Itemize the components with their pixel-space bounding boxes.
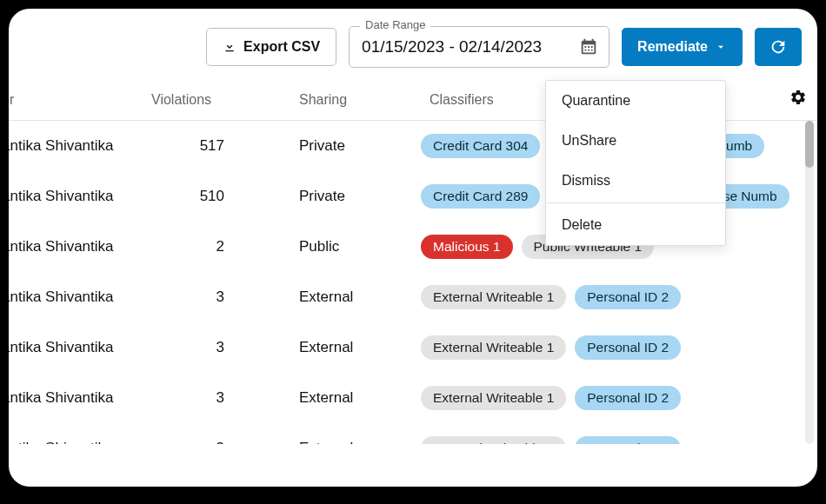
classifier-pill[interactable]: Credit Card 289 xyxy=(421,184,540,209)
menu-separator xyxy=(546,202,725,203)
classifier-pill[interactable]: External Writeable 1 xyxy=(421,285,566,309)
remediate-label: Remediate xyxy=(637,39,708,55)
table-row[interactable]: antika Shivantika3ExternalExternal Write… xyxy=(9,423,817,444)
scrollbar-thumb[interactable] xyxy=(805,121,814,168)
gear-icon xyxy=(789,89,807,106)
remediate-menu-dismiss[interactable]: Dismiss xyxy=(546,161,725,201)
export-csv-label: Export CSV xyxy=(243,39,320,55)
table-settings-button[interactable] xyxy=(789,89,807,106)
cell-sharing: External xyxy=(264,288,421,306)
table-row[interactable]: antika Shivantika3ExternalExternal Write… xyxy=(9,373,817,423)
remediate-menu: Quarantine UnShare Dismiss Delete xyxy=(545,80,726,246)
cell-sharing: Private xyxy=(264,137,421,155)
cell-owner: antika Shivantika xyxy=(9,188,151,205)
remediate-menu-delete[interactable]: Delete xyxy=(546,205,725,245)
classifier-pill[interactable]: Malicious 1 xyxy=(421,235,513,259)
date-range-field[interactable]: Date Range 01/15/2023 - 02/14/2023 xyxy=(349,26,610,68)
cell-sharing: External xyxy=(264,339,421,356)
column-owner[interactable]: er xyxy=(9,92,151,108)
remediate-button[interactable]: Remediate xyxy=(622,28,743,66)
classifier-pill[interactable]: External Writeable 1 xyxy=(421,386,566,410)
classifier-pill[interactable]: Personal ID 2 xyxy=(575,285,681,309)
export-csv-button[interactable]: Export CSV xyxy=(206,28,336,66)
calendar-icon xyxy=(579,37,598,56)
classifier-pill[interactable]: External Writeable 1 xyxy=(421,335,566,360)
classifier-pill[interactable]: Personal ID 2 xyxy=(575,436,681,444)
cell-violations: 3 xyxy=(151,339,264,356)
remediate-menu-quarantine[interactable]: Quarantine xyxy=(546,81,725,121)
cell-sharing: External xyxy=(264,389,421,407)
cell-owner: antika Shivantika xyxy=(9,238,151,255)
classifier-pill[interactable]: Credit Card 304 xyxy=(421,134,540,158)
cell-violations: 510 xyxy=(151,188,264,205)
cell-classifiers: External Writeable 1Personal ID 2 xyxy=(421,335,817,360)
refresh-button[interactable] xyxy=(755,28,802,66)
cell-sharing: Public xyxy=(264,238,421,255)
classifier-pill[interactable]: Personal ID 2 xyxy=(575,386,681,410)
cell-classifiers: External Writeable 1Personal ID 2 xyxy=(421,285,817,309)
toolbar: Export CSV Date Range 01/15/2023 - 02/14… xyxy=(9,9,817,83)
scrollbar[interactable] xyxy=(805,121,814,444)
chevron-down-icon xyxy=(715,41,727,53)
cell-violations: 517 xyxy=(151,137,264,155)
classifier-pill[interactable]: Personal ID 2 xyxy=(575,335,681,360)
cell-violations: 2 xyxy=(151,238,264,255)
date-range-value: 01/15/2023 - 02/14/2023 xyxy=(362,37,542,56)
app-card: Export CSV Date Range 01/15/2023 - 02/14… xyxy=(9,9,817,487)
cell-violations: 3 xyxy=(151,440,264,444)
cell-sharing: Private xyxy=(264,188,421,205)
cell-owner: antika Shivantika xyxy=(9,137,151,155)
column-violations[interactable]: Violations xyxy=(151,92,264,108)
cell-sharing: External xyxy=(264,440,421,444)
table-row[interactable]: antika Shivantika3ExternalExternal Write… xyxy=(9,272,817,322)
cell-owner: antika Shivantika xyxy=(9,440,151,444)
cell-violations: 3 xyxy=(151,288,264,306)
download-icon xyxy=(223,40,236,54)
refresh-icon xyxy=(769,37,788,56)
cell-owner: antika Shivantika xyxy=(9,389,151,407)
cell-violations: 3 xyxy=(151,389,264,407)
cell-owner: antika Shivantika xyxy=(9,288,151,306)
remediate-menu-unshare[interactable]: UnShare xyxy=(546,121,725,161)
cell-classifiers: External Writeable 1Personal ID 2 xyxy=(421,386,817,410)
table-row[interactable]: antika Shivantika3ExternalExternal Write… xyxy=(9,322,817,373)
column-sharing[interactable]: Sharing xyxy=(264,92,421,108)
classifier-pill[interactable]: External Writeable 1 xyxy=(421,436,566,444)
cell-owner: antika Shivantika xyxy=(9,339,151,356)
cell-classifiers: External Writeable 1Personal ID 2 xyxy=(421,436,817,444)
date-range-label: Date Range xyxy=(360,18,430,31)
